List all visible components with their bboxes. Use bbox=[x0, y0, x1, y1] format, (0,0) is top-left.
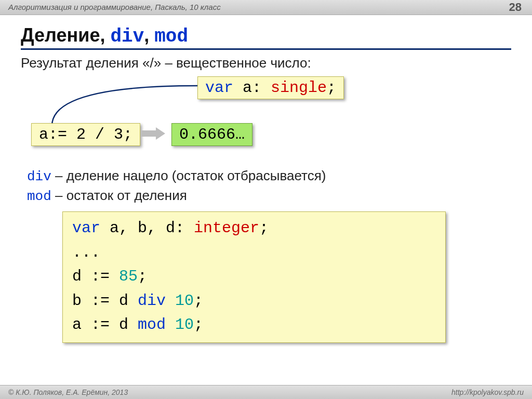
div-def-text: – деление нацело (остаток отбрасывается) bbox=[51, 168, 326, 183]
l4-sp bbox=[166, 292, 175, 310]
lead-text: Результат деления «/» – вещественное чис… bbox=[21, 55, 511, 71]
l4-kw-div: div bbox=[138, 292, 166, 310]
kw-var2: var bbox=[72, 219, 100, 237]
var-rest: a: bbox=[233, 79, 271, 97]
l3-b: ; bbox=[138, 268, 147, 285]
l5-kw-mod: mod bbox=[138, 316, 166, 334]
var-semi: ; bbox=[327, 79, 336, 97]
definition-div: div – деление нацело (остаток отбрасывае… bbox=[27, 168, 511, 184]
title-kw-mod: mod bbox=[154, 26, 188, 47]
kw-mod: mod bbox=[27, 189, 51, 204]
result-box: 0.6666… bbox=[171, 123, 252, 146]
title-sep: , bbox=[144, 24, 154, 46]
code-block-main: var a, b, d: integer; ... d := 85; b := … bbox=[62, 211, 446, 343]
slide-title: Деление, div, mod bbox=[21, 24, 511, 47]
l4-num: 10 bbox=[175, 292, 194, 310]
l5-num: 10 bbox=[175, 316, 194, 334]
type-single: single bbox=[271, 79, 327, 97]
mod-def-text: – остаток от деления bbox=[51, 188, 187, 203]
diagram: var a: single; a:= 2 / 3; 0.6666… bbox=[21, 76, 511, 165]
l4-a: b := d bbox=[72, 292, 138, 310]
course-title: Алгоритмизация и программирование, Паска… bbox=[8, 3, 221, 11]
l2-dots: ... bbox=[72, 244, 100, 261]
title-kw-div: div bbox=[110, 26, 144, 47]
l3-a: d := bbox=[72, 268, 119, 285]
l1-mid: a, b, d: bbox=[100, 219, 194, 237]
kw-var: var bbox=[205, 79, 233, 97]
title-text: Деление, bbox=[21, 24, 110, 46]
copyright: © К.Ю. Поляков, Е.А. Ерёмин, 2013 bbox=[8, 388, 128, 396]
l4-b: ; bbox=[194, 292, 203, 310]
header-bar: Алгоритмизация и программирование, Паска… bbox=[0, 0, 532, 15]
footer-bar: © К.Ю. Поляков, Е.А. Ерёмин, 2013 http:/… bbox=[0, 385, 532, 399]
arrow-icon bbox=[141, 127, 166, 140]
l3-num: 85 bbox=[119, 268, 138, 285]
footer-url: http://kpolyakov.spb.ru bbox=[451, 385, 524, 399]
slide-content: Деление, div, mod Результат деления «/» … bbox=[0, 15, 532, 343]
l5-sp bbox=[166, 316, 175, 334]
page-number: 28 bbox=[509, 0, 522, 15]
code-box-var-decl: var a: single; bbox=[197, 76, 344, 99]
definition-mod: mod – остаток от деления bbox=[27, 188, 511, 204]
code-box-expr: a:= 2 / 3; bbox=[31, 123, 140, 146]
kw-div: div bbox=[27, 169, 51, 184]
l5-a: a := d bbox=[72, 316, 138, 334]
title-underline bbox=[21, 48, 511, 50]
type-integer: integer bbox=[194, 219, 259, 237]
l1-end: ; bbox=[259, 219, 269, 237]
l5-b: ; bbox=[194, 316, 203, 334]
